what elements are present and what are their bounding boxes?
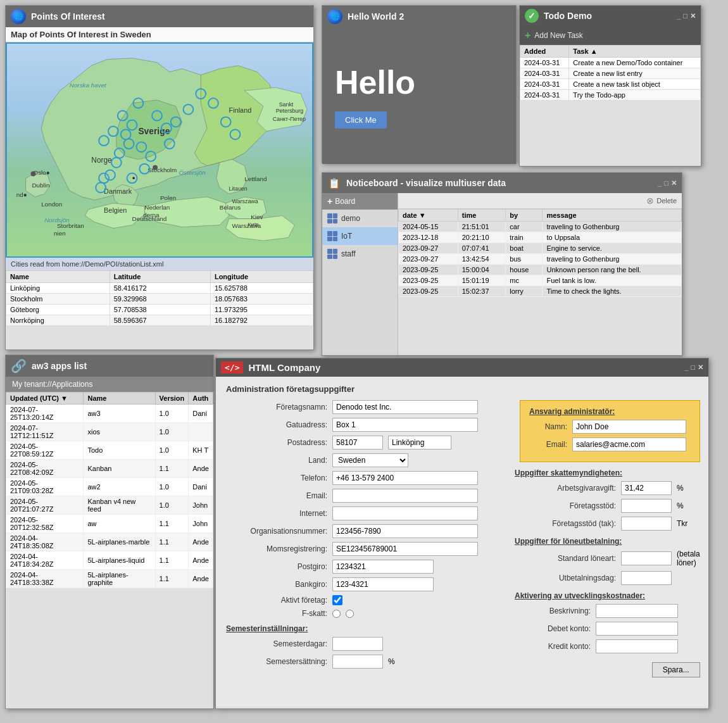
email-label: Email:: [226, 491, 327, 500]
gatuadress-label: Gatuadress:: [226, 420, 327, 429]
postgiro-label: Postgiro:: [226, 562, 327, 571]
grid-icon-demo: [327, 213, 337, 223]
company-window: </> HTML Company _ □ ✕ Administration fö…: [215, 358, 709, 709]
utbetalningsdag-label: Utbetalningsdag:: [515, 574, 616, 582]
company-controls: _ □ ✕: [684, 363, 703, 372]
svg-text:Київ: Київ: [248, 222, 259, 228]
svg-text:Dublin: Dublin: [32, 182, 50, 189]
fskatt-radio2[interactable]: [346, 610, 354, 618]
percent1: %: [677, 484, 684, 493]
foretagsnamn-input[interactable]: [332, 400, 478, 414]
debet-input[interactable]: [596, 622, 678, 636]
namn-input[interactable]: [572, 420, 686, 434]
table-row: 2023-09-2515:02:37lorryTime to check the…: [399, 286, 682, 297]
noticeboard-window: 📋 Noticeboard - visualize multiuser data…: [322, 172, 682, 356]
maximize-btn[interactable]: □: [664, 179, 668, 187]
apps-list-body[interactable]: Updated (UTC) ▼ Name Version Auth 2024-0…: [6, 392, 213, 588]
semesterdagar-row: Semesterdagar:: [226, 637, 505, 651]
internet-input[interactable]: [332, 506, 478, 520]
spara-button[interactable]: Spara...: [652, 662, 700, 677]
close-btn[interactable]: ✕: [671, 179, 677, 187]
table-row: 2023-09-2707:07:41boatEngine to service.: [399, 243, 682, 254]
fskatt-radio1[interactable]: [332, 610, 341, 618]
email-input[interactable]: [332, 489, 478, 503]
email2-input[interactable]: [572, 437, 686, 451]
table-row: 2024-03-31Create a new task list object: [520, 79, 701, 90]
list-item: 2024-04-24T18:33:38Z5L-airplanes-graphit…: [6, 570, 213, 588]
tkr-unit: Tkr: [677, 519, 687, 528]
beskrivning-input[interactable]: [596, 604, 678, 618]
company-title: HTML Company: [248, 362, 320, 373]
standard-input[interactable]: [621, 551, 672, 565]
minimize-btn[interactable]: _: [658, 179, 662, 187]
demo-label: demo: [341, 214, 360, 223]
delete-button[interactable]: ⊗ Delete: [646, 196, 677, 206]
svg-text:Sankt: Sankt: [279, 101, 294, 108]
svg-text:Warszawa: Warszawa: [232, 198, 258, 204]
minimize-btn[interactable]: _: [684, 363, 688, 372]
sidebar-item-staff[interactable]: staff: [322, 245, 398, 263]
postort-input[interactable]: [388, 436, 451, 450]
table-row: Norrköping58.59636716.182792: [6, 315, 313, 326]
svg-text:Östersjön: Östersjön: [179, 170, 206, 177]
kredit-input[interactable]: [596, 639, 678, 653]
cities-bar: Cities read from home://Demo/POI/station…: [6, 258, 313, 270]
maximize-btn[interactable]: □: [683, 12, 687, 20]
arbetsgivaravgift-input[interactable]: [621, 481, 672, 495]
bankgiro-input[interactable]: [332, 577, 434, 591]
list-item: 2024-05-20T21:07:27ZKanban v4 new feed1.…: [6, 496, 213, 515]
minimize-btn[interactable]: _: [677, 12, 681, 20]
foretagsstod-tak-input[interactable]: [621, 517, 672, 531]
percent2: %: [677, 501, 684, 510]
moms-input[interactable]: [332, 542, 478, 556]
notice-table: date ▼ time by message 2024-05-1521:51:0…: [398, 209, 682, 297]
list-item: 2024-07-25T13:20:14Zaw31.0Dani: [6, 405, 213, 423]
postgiro-input[interactable]: [332, 560, 434, 574]
col-by: by: [506, 210, 543, 222]
sidebar-item-demo[interactable]: demo: [322, 210, 398, 227]
col-updated[interactable]: Updated (UTC) ▼: [6, 393, 84, 405]
poi-titlebar: 🌐 Points Of Interest: [6, 6, 313, 27]
admin-title: Ansvarig administratör:: [529, 407, 691, 416]
telefon-input[interactable]: [332, 471, 478, 485]
postnr-input[interactable]: [332, 436, 383, 450]
utbetalningsdag-input[interactable]: [621, 571, 672, 585]
hello-window: 🌐 Hello World 2 Hello Click Me: [322, 5, 517, 163]
utbetalningsdag-row: Utbetalningsdag:: [515, 571, 700, 585]
map-area[interactable]: Östersjön Norska havet Nordsjön Sverige …: [6, 42, 313, 258]
land-select[interactable]: Sweden Norway Denmark: [332, 453, 408, 467]
betala-label: (betala löner): [677, 550, 700, 567]
org-input[interactable]: [332, 524, 478, 538]
notice-titlebar: 📋 Noticeboard - visualize multiuser data…: [322, 173, 682, 193]
board-bar[interactable]: + Board: [322, 193, 398, 210]
aktivt-label: Aktivt företag:: [226, 596, 327, 605]
apps-window: 🔗 aw3 apps list My tenant://Applications…: [5, 355, 214, 709]
click-me-button[interactable]: Click Me: [335, 111, 387, 129]
debet-row: Debet konto:: [515, 622, 700, 636]
cities-table: Name Latitude Longitude Linköping58.4161…: [6, 270, 313, 326]
semesterdagar-input[interactable]: [332, 637, 383, 651]
foretagsstod-input[interactable]: [621, 499, 672, 513]
namn-label: Namn:: [529, 422, 567, 431]
grid-icon-staff: [327, 249, 337, 259]
svg-text:London: London: [41, 201, 62, 208]
maximize-btn[interactable]: □: [691, 363, 695, 372]
notice-main: ⊗ Delete date ▼ time by message 2024-05-…: [398, 193, 682, 355]
semestersattning-input[interactable]: [332, 655, 383, 669]
close-btn[interactable]: ✕: [690, 12, 696, 20]
admin-box: Ansvarig administratör: Namn: Email:: [520, 400, 700, 462]
svg-text:Litauen: Litauen: [229, 185, 248, 192]
close-btn[interactable]: ✕: [698, 363, 703, 372]
todo-controls: _ □ ✕: [677, 12, 696, 20]
map-title: Map of Points Of Interest in Sweden: [6, 27, 313, 42]
beskrivning-row: Beskrivning:: [515, 604, 700, 618]
aktivt-checkbox[interactable]: [332, 595, 342, 605]
add-task-bar[interactable]: + Add New Task: [520, 26, 701, 45]
foretagsnamn-label: Företagsnamn:: [226, 403, 327, 412]
svg-text:Storbritan: Storbritan: [57, 222, 84, 229]
sidebar-item-iot[interactable]: IoT: [322, 227, 398, 245]
table-row: 2023-12-1820:21:10trainto Uppsala: [399, 232, 682, 243]
gatuadress-input[interactable]: [332, 418, 478, 432]
svg-text:nien: nien: [54, 230, 66, 237]
col-date[interactable]: date ▼: [399, 210, 458, 222]
